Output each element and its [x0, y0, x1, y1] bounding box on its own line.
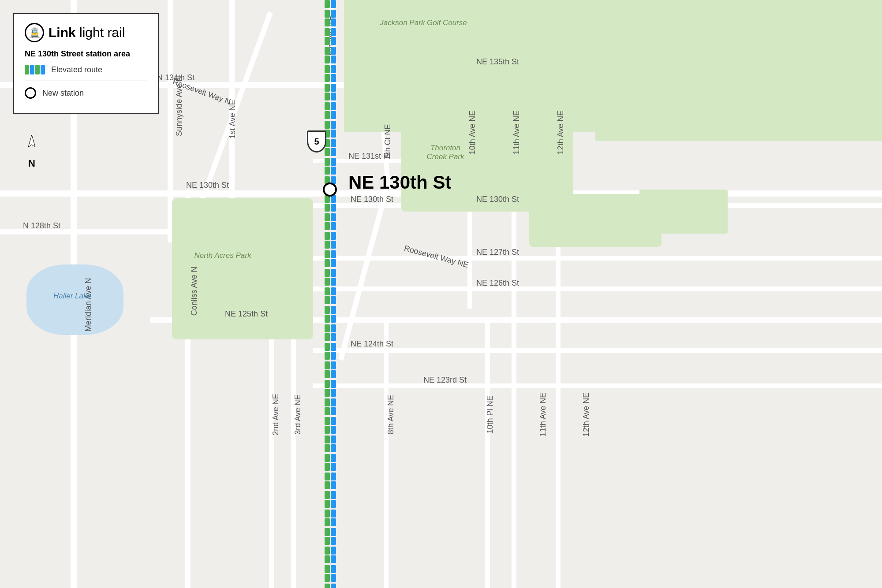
label-n128th: N 128th St	[23, 221, 60, 231]
road-8th-ne	[384, 317, 389, 588]
train-icon: 🚊	[25, 23, 44, 42]
label-conliss: Conliss Ave N	[190, 267, 199, 316]
road-roosevelt-ne	[338, 189, 389, 360]
label-ne130th-far: NE 130th St	[476, 195, 519, 204]
interstate-number: 5	[314, 137, 319, 147]
label-10thplne: 10th Pl NE	[486, 395, 495, 433]
label-2ndne: 2nd Ave NE	[271, 394, 280, 435]
label-12thne-lower: 12th Ave NE	[582, 393, 591, 437]
green-right-mid	[639, 190, 728, 234]
legend-elevated-item: Elevated route	[25, 65, 147, 74]
label-12thne: 12th Ave NE	[556, 111, 565, 155]
leg-blue-1	[30, 65, 34, 74]
legend-station-label: New station	[42, 89, 84, 98]
legend-station-dot	[25, 87, 36, 99]
label-ne135th: NE 135th St	[476, 57, 519, 67]
road-3rd-ne	[291, 317, 296, 588]
station-name-label: NE 130th St	[348, 172, 451, 193]
label-ne123rd: NE 123rd St	[423, 376, 467, 385]
interstate-shield: 5	[307, 130, 326, 153]
label-8thctne: 8th Ct NE	[383, 124, 392, 158]
leg-green-2	[35, 65, 40, 74]
label-north-acres: North Acres Park	[174, 251, 271, 260]
label-haller-lake: Haller Lake	[28, 292, 116, 301]
legend-title-rest: light rail	[76, 25, 125, 40]
legend-subtitle: NE 130th Street station area	[25, 49, 147, 59]
label-ne125th: NE 125th St	[225, 309, 268, 319]
legend-divider	[25, 81, 147, 81]
road-ne124th	[313, 348, 882, 353]
legend-station-item: New station	[25, 87, 147, 99]
legend-title-bold: Link	[49, 25, 76, 40]
road-2nd-ne	[269, 317, 274, 588]
label-ne124th: NE 124th St	[351, 339, 393, 349]
label-11thne: 11th Ave NE	[512, 111, 521, 155]
green-right-top	[595, 62, 882, 141]
leg-green-1	[25, 65, 29, 74]
rail-track-column	[323, 0, 338, 588]
label-jackson-golf: Jackson Park Golf Course	[362, 19, 485, 27]
label-ne126th: NE 126th St	[476, 279, 519, 288]
label-ne127th: NE 127th St	[476, 248, 519, 257]
legend-elevated-icon	[25, 65, 45, 74]
road-ne127th	[313, 256, 882, 261]
label-meridian: Meridian Ave N	[84, 278, 93, 332]
label-ne130th-right: NE 130th St	[351, 195, 393, 204]
road-ne126th	[313, 287, 882, 291]
label-thornton: ThorntonCreek Park	[406, 144, 485, 161]
svg-rect-4	[323, 0, 338, 588]
legend-box: 🚊 Link light rail NE 130th Street statio…	[13, 13, 159, 114]
legend-title: Link light rail	[49, 25, 125, 40]
label-8thne: 8th Ave NE	[386, 395, 396, 435]
label-11thne-lower: 11th Ave NE	[538, 393, 548, 437]
legend-title-row: 🚊 Link light rail	[25, 23, 147, 42]
north-arrow: N	[23, 135, 41, 169]
label-3rdne: 3rd Ave NE	[293, 394, 303, 435]
leg-blue-2	[41, 65, 45, 74]
label-ne130th-left: NE 130th St	[186, 181, 229, 190]
road-10thpl-ne	[485, 317, 490, 588]
label-1stne: 1st Ave NE	[228, 100, 237, 139]
station-dot	[323, 182, 337, 197]
svg-marker-6	[28, 135, 35, 147]
legend-elevated-label: Elevated route	[51, 65, 102, 74]
road-ne123rd	[313, 383, 882, 388]
